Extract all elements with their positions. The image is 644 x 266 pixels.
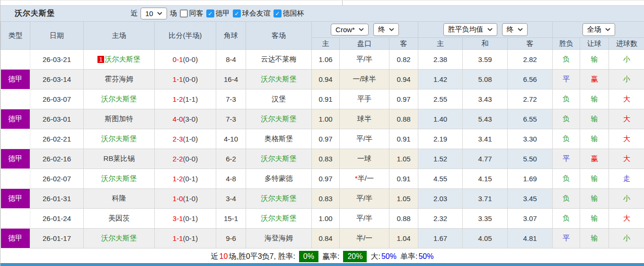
handicap-away-odds: 0.88: [389, 109, 418, 129]
bottom-accent-bar: [0, 263, 644, 266]
summary-text: 赢率:: [322, 252, 339, 262]
odds-draw: 3.35: [463, 209, 508, 229]
odds-away: 3.30: [508, 129, 553, 149]
filter-checkbox-dfb-pokal[interactable]: ✓ 德国杯: [273, 9, 304, 18]
fulltime-score: 4-0: [173, 115, 183, 123]
match-date: 26-02-07: [30, 169, 84, 189]
chevron-down-icon: [157, 12, 162, 15]
checkbox-icon: ✓: [206, 9, 214, 18]
handicap-home-odds: 0.84: [312, 229, 340, 248]
away-team-cell[interactable]: 沃尔夫斯堡: [246, 189, 312, 209]
away-team-cell[interactable]: 沃尔夫斯堡: [246, 70, 312, 89]
filter-checkbox-club-friendly[interactable]: ✓ 球会友谊: [233, 9, 271, 18]
away-team-cell[interactable]: 沃尔夫斯堡: [246, 109, 312, 129]
bookmaker-time-select[interactable]: 终: [373, 23, 399, 36]
avg-odds-selects-cell: 胜平负均值 终: [418, 22, 553, 38]
home-team-cell[interactable]: RB莱比锡: [84, 149, 155, 169]
odds-draw: 3.41: [463, 129, 508, 149]
col-header-handicap-home: 主: [312, 38, 340, 50]
match-date: 26-02-21: [30, 129, 84, 149]
col-header-result-handicap: 让球: [580, 38, 609, 50]
away-team-cell[interactable]: 沃尔夫斯堡: [246, 149, 312, 169]
fulltime-score: 1-2: [173, 95, 183, 103]
avg-odds-select[interactable]: 胜平负均值: [443, 23, 497, 36]
odds-draw: 3.59: [463, 50, 508, 70]
chevron-down-icon: [487, 28, 493, 31]
handicap-home-odds: 0.97: [312, 129, 340, 149]
titlebar: 沃尔夫斯堡 近 10 场 同客 ✓ 德甲 ✓ 球会友谊 ✓ 德国杯: [0, 5, 644, 21]
scope-select[interactable]: 全场: [582, 23, 615, 36]
score-cell: 0-1(0-0): [155, 50, 216, 70]
handicap-line-cell: 平/半: [340, 129, 389, 149]
away-team-cell[interactable]: 多特蒙德: [246, 169, 312, 189]
home-team-name: 沃尔夫斯堡: [105, 55, 141, 63]
away-team-cell[interactable]: 云达不莱梅: [246, 50, 312, 70]
away-team-cell[interactable]: 奥格斯堡: [246, 129, 312, 149]
handicap-line: 平/半: [356, 134, 372, 142]
home-team-cell[interactable]: 沃尔夫斯堡: [84, 229, 155, 248]
near-label: 近: [131, 9, 138, 18]
odds-home: 2.03: [418, 189, 463, 209]
result-goals: 大: [609, 109, 644, 129]
result-goals: 走: [609, 169, 644, 189]
handicap-home-odds: 0.83: [312, 189, 340, 209]
filter-checkbox-same-away[interactable]: 同客: [180, 9, 203, 18]
handicap-away-odds: 1.05: [389, 189, 418, 209]
filter-checkbox-bundesliga[interactable]: ✓ 德甲: [206, 9, 230, 18]
avg-time-select[interactable]: 终: [502, 23, 528, 36]
filter-controls: 近 10 场 同客 ✓ 德甲 ✓ 球会友谊 ✓ 德国杯: [131, 8, 304, 19]
handicap-line-cell: 平/半: [340, 209, 389, 229]
away-team-name: 沃尔夫斯堡: [261, 154, 297, 162]
home-team-cell[interactable]: 科隆: [84, 189, 155, 209]
odds-home: 1.40: [418, 109, 463, 129]
chevron-down-icon: [518, 28, 523, 31]
handicap-away-odds: 0.91: [389, 129, 418, 149]
home-team-cell[interactable]: 沃尔夫斯堡: [84, 89, 155, 109]
top-strip: [0, 0, 644, 5]
match-count-select[interactable]: 10: [141, 8, 167, 19]
score-cell: 2-3(1-0): [155, 129, 216, 149]
halftime-score: (1-0): [183, 135, 198, 143]
home-team-name: 美因茨: [108, 214, 130, 222]
handicap-line-cell: 平手: [340, 89, 389, 109]
bookmaker-select[interactable]: Crow*: [331, 24, 369, 35]
odds-home: 4.55: [418, 169, 463, 189]
result-winlose: 负: [553, 129, 580, 149]
league-badge: 德甲: [1, 209, 30, 229]
summary-text: 大:: [371, 252, 380, 262]
checkbox-icon: ✓: [273, 9, 282, 18]
away-team-name: 沃尔夫斯堡: [261, 75, 297, 83]
away-team-cell[interactable]: 海登海姆: [246, 229, 312, 248]
league-badge: 德甲: [1, 149, 30, 169]
halftime-score: (0-0): [183, 155, 198, 163]
result-handicap: 输: [580, 89, 609, 109]
home-team-cell[interactable]: 美因茨: [84, 209, 155, 229]
halftime-score: (0-1): [183, 234, 198, 242]
match-count-value: 10: [145, 9, 153, 18]
result-winlose: 平: [553, 70, 580, 89]
table-row: 德甲 26-01-31 科隆 1-0(1-0) 3-4 沃尔夫斯堡 0.83 平…: [1, 189, 644, 209]
handicap-line: 平/半: [356, 55, 372, 63]
home-team-cell[interactable]: 1沃尔夫斯堡: [84, 50, 155, 70]
odds-draw: 3.43: [463, 89, 508, 109]
col-header-date: 日期: [30, 22, 84, 50]
col-header-result-goals: 进球数: [609, 38, 644, 50]
away-team-cell[interactable]: 沃尔夫斯堡: [246, 209, 312, 229]
odds-away: 5.50: [508, 149, 553, 169]
checkbox-label: 德甲: [216, 9, 230, 18]
handicap-home-odds: 1.06: [312, 50, 340, 70]
home-team-cell[interactable]: 斯图加特: [84, 109, 155, 129]
score-cell: 3-1(0-1): [155, 209, 216, 229]
fulltime-score: 1-2: [173, 175, 183, 183]
result-winlose: 负: [553, 50, 580, 70]
scope-value: 全场: [587, 25, 601, 34]
handicap-line-cell: 半/一: [340, 229, 389, 248]
odds-home: 1.42: [418, 70, 463, 89]
corners-cell: 3-4: [216, 189, 246, 209]
odds-home: 2.32: [418, 209, 463, 229]
away-team-cell[interactable]: 汉堡: [246, 89, 312, 109]
home-team-cell[interactable]: 沃尔夫斯堡: [84, 169, 155, 189]
home-team-cell[interactable]: 霍芬海姆: [84, 70, 155, 89]
near-suffix: 场: [170, 9, 177, 18]
home-team-cell[interactable]: 沃尔夫斯堡: [84, 129, 155, 149]
